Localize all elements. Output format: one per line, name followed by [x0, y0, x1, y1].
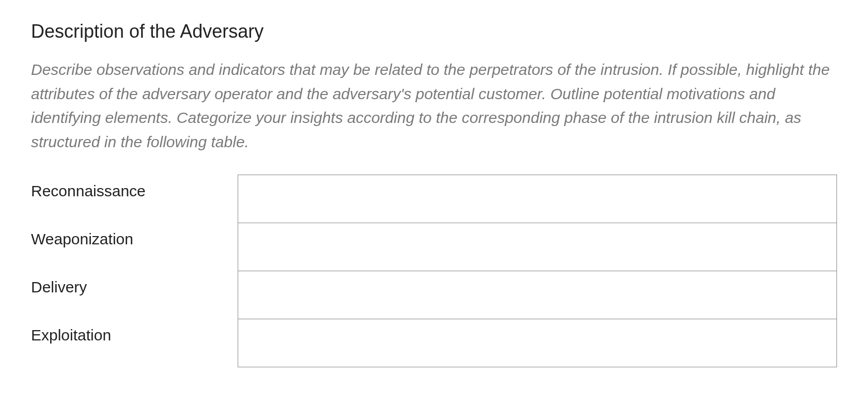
row-input-cell [238, 319, 837, 367]
table-row: Reconnaissance [31, 175, 837, 223]
row-label-exploitation: Exploitation [31, 319, 238, 367]
table-row: Weaponization [31, 223, 837, 271]
kill-chain-table: Reconnaissance Weaponization Delivery Ex… [31, 175, 837, 367]
row-label-weaponization: Weaponization [31, 223, 238, 271]
table-row: Delivery [31, 271, 837, 319]
row-label-delivery: Delivery [31, 271, 238, 319]
row-input-cell [238, 271, 837, 319]
section-description: Describe observations and indicators tha… [31, 58, 837, 154]
row-input-cell [238, 175, 837, 223]
weaponization-input[interactable] [238, 223, 837, 269]
row-label-reconnaissance: Reconnaissance [31, 175, 238, 223]
delivery-input[interactable] [238, 271, 837, 317]
exploitation-input[interactable] [238, 319, 837, 365]
reconnaissance-input[interactable] [238, 175, 837, 221]
row-input-cell [238, 223, 837, 271]
table-row: Exploitation [31, 319, 837, 367]
section-title: Description of the Adversary [31, 21, 837, 42]
